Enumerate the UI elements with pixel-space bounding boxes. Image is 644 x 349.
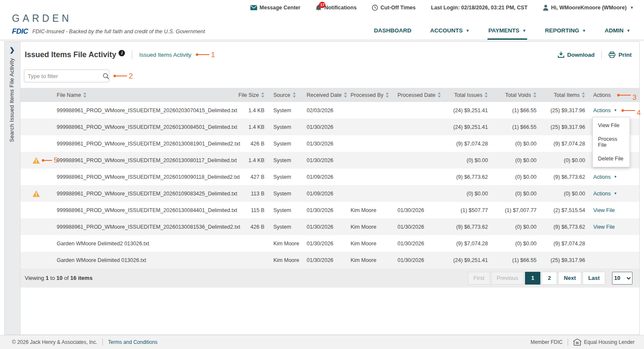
page-1-button[interactable]: 1: [525, 272, 540, 285]
terms-and-conditions-link[interactable]: Terms and Conditions: [108, 339, 157, 345]
sort-icon: [582, 92, 585, 98]
notifications-button[interactable]: 17 Notifications: [316, 5, 357, 11]
header-file-size[interactable]: File Size: [227, 88, 264, 102]
cell-file-size: 1.4 KB: [227, 102, 264, 119]
actions-dropdown-menu: View File Process File Delete File: [592, 117, 630, 167]
message-center-button[interactable]: Message Center: [250, 5, 301, 11]
cell-received-date: 01/09/2026: [307, 185, 351, 202]
cell-file-name: 999988961_PROD_WMoore_ISSUEDITEM_2026013…: [57, 135, 227, 152]
header-actions: Actions3: [585, 88, 639, 102]
header-file-name[interactable]: File Name: [57, 88, 227, 102]
fdic-logo: FDIC: [12, 27, 28, 36]
header-source[interactable]: Source: [264, 88, 307, 102]
header-received-date[interactable]: Received Date: [307, 88, 351, 102]
cell-processed-date: [397, 135, 443, 152]
header-warning-spacer: [20, 88, 57, 102]
search-icon[interactable]: [103, 73, 109, 79]
cell-processed-by: [351, 119, 397, 135]
cutoff-times-button[interactable]: Cut-Off Times: [372, 5, 415, 11]
nav-accounts[interactable]: ACCOUNTS▼: [429, 27, 470, 40]
info-icon[interactable]: i: [119, 50, 125, 56]
cell-processed-by: [351, 185, 397, 202]
actions-menu-trigger[interactable]: Actions▼: [593, 191, 617, 197]
previous-page-button[interactable]: Previous: [491, 272, 524, 285]
equal-housing-label: Equal Housing Lender: [584, 339, 635, 345]
actions-menu-trigger[interactable]: Actions▼: [593, 108, 617, 113]
fdic-disclaimer: FDIC-Insured - Backed by the full faith …: [32, 29, 205, 35]
table-row: 999988961_PROD_WMoore_ISSUEDITEM_2026013…: [20, 135, 639, 152]
next-page-button[interactable]: Next: [558, 272, 581, 285]
sort-icon: [344, 92, 347, 98]
cell-total-items: (25) $9,317.96: [537, 119, 585, 135]
table-row: 999988961_PROD_WMoore_ISSUEDITEM_2026013…: [20, 218, 639, 235]
header-processed-by[interactable]: Processed By: [351, 88, 397, 102]
download-button[interactable]: Download: [558, 52, 595, 58]
menu-item-delete-file[interactable]: Delete File: [593, 152, 629, 166]
user-menu[interactable]: Hi, WMooreKmoore (WMoore) ▼: [543, 5, 634, 11]
cell-total-items: (9) $7,074.28: [537, 135, 585, 152]
divider: [102, 339, 103, 346]
header-total-items[interactable]: Total Items: [537, 88, 585, 102]
nav-reporting[interactable]: REPORTING▼: [544, 27, 587, 40]
sort-icon: [484, 92, 488, 98]
header-total-voids[interactable]: Total Voids: [488, 88, 537, 102]
menu-item-process-file[interactable]: Process File: [593, 132, 629, 152]
page-2-button[interactable]: 2: [542, 272, 557, 285]
cell-source: Kim Moore: [264, 235, 307, 252]
sort-icon: [386, 92, 389, 98]
header-processed-date[interactable]: Processed Date: [397, 88, 443, 102]
cell-total-voids: (0) $0.00: [488, 218, 537, 235]
message-center-label: Message Center: [260, 5, 301, 11]
cell-processed-by: Kim Moore: [351, 235, 397, 252]
nav-admin[interactable]: ADMIN▼: [604, 27, 631, 40]
cell-file-size: [227, 252, 264, 268]
cell-total-issues: (0) $0.00: [443, 185, 488, 202]
download-icon: [558, 52, 564, 58]
page-size-select[interactable]: 10: [612, 272, 632, 285]
cell-file-name: 999988961_PROD_WMoore_ISSUEDITEM_2026010…: [57, 169, 227, 185]
print-button[interactable]: Print: [609, 52, 632, 58]
cell-received-date: 02/03/2026: [307, 102, 351, 119]
view-file-link[interactable]: View File: [593, 224, 615, 230]
cell-received-date: 01/30/2026: [307, 119, 351, 135]
chevron-down-icon: ▼: [466, 29, 470, 33]
filter-input[interactable]: [28, 73, 103, 79]
cell-total-issues: (9) $6,773.62: [443, 218, 488, 235]
cell-total-issues: (0) $0.00: [443, 152, 488, 169]
cell-file-name: 999988961_PROD_WMoore_ISSUEDITEM_2026013…: [57, 202, 227, 218]
last-page-button[interactable]: Last: [583, 272, 605, 285]
expand-panel-chevron-icon[interactable]: ❯: [9, 46, 15, 54]
first-page-button[interactable]: First: [468, 272, 490, 285]
cell-file-name: 999988961_PROD_WMoore_ISSUEDITEM_2026020…: [57, 102, 227, 119]
cell-processed-by: [351, 152, 397, 169]
cell-total-issues: (1) $507.77: [443, 202, 488, 218]
actions-menu-trigger[interactable]: Actions▼: [593, 174, 617, 180]
cell-processed-by: [351, 169, 397, 185]
viewing-summary: Viewing 1 to 10 of 16 items: [25, 275, 93, 281]
annotation-3: 3: [617, 89, 636, 101]
menu-item-view-file[interactable]: View File: [593, 119, 629, 132]
cell-file-name: 999988961_PROD_WMoore_ISSUEDITEM_2026013…: [57, 119, 227, 135]
cell-total-voids: (1) $7,007.77: [488, 202, 537, 218]
cell-source: Kim Moore: [264, 252, 307, 268]
cell-total-voids: (0) $0.00: [488, 185, 537, 202]
cell-processed-date: [397, 152, 443, 169]
breadcrumb-issued-items-activity[interactable]: Issued Items Activity: [139, 52, 191, 58]
copyright: © 2026 Jack Henry & Associates, Inc.: [12, 339, 97, 345]
cell-file-name: Garden WMoore Delimited 013026.txt: [57, 252, 227, 268]
divider: [132, 50, 132, 59]
print-icon: [609, 52, 615, 58]
cell-total-items: (2) $7,515.54: [537, 202, 585, 218]
nav-dashboard[interactable]: DASHBOARD: [373, 27, 412, 40]
header-total-issues[interactable]: Total Issues: [443, 88, 488, 102]
cell-source: System: [264, 152, 307, 169]
nav-payments[interactable]: PAYMENTS▼: [487, 27, 527, 40]
cell-total-issues: (9) $7,074.28: [443, 135, 488, 152]
footer: © 2026 Jack Henry & Associates, Inc. Ter…: [0, 335, 644, 349]
cell-processed-by: Kim Moore: [351, 202, 397, 218]
cell-processed-by: Kim Moore: [351, 252, 397, 268]
divider: [568, 339, 568, 346]
annotation-4: 4: [621, 105, 641, 116]
view-file-link[interactable]: View File: [593, 207, 615, 213]
garden-logo: GARDEN: [12, 13, 205, 24]
